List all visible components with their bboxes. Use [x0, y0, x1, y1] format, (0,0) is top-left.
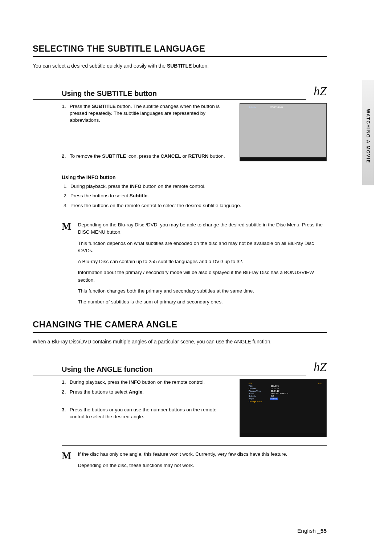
manual-page: WATCHING A MOVIE SELECTING THE SUBTITLE … — [33, 44, 327, 512]
heading-subtitle: SELECTING THE SUBTITLE LANGUAGE — [33, 44, 327, 57]
note-item: A Blu-ray Disc can contain up to 255 sub… — [78, 258, 327, 265]
preview-subtitle: Subtitle255/255 ENG — [240, 103, 327, 161]
list-item: Press the buttons to select Subtitle. — [69, 193, 327, 200]
subtitle-steps: 1. Press the SUBTITLE button. The subtit… — [62, 103, 232, 124]
note-list: If the disc has only one angle, this fea… — [78, 451, 327, 473]
note-item: Information about the primary / secondar… — [78, 269, 327, 284]
note-list: Depending on the Blu-ray Disc /DVD, you … — [78, 221, 327, 309]
heading-angle: CHANGING THE CAMERA ANGLE — [33, 319, 327, 333]
disc-icon: hZ — [306, 84, 327, 100]
note-subtitle: M Depending on the Blu-ray Disc /DVD, yo… — [62, 221, 327, 309]
list-item: 1. During playback, press the INFO butto… — [62, 379, 232, 386]
note-angle: M If the disc has only one angle, this f… — [62, 451, 327, 473]
list-item: Press the buttons on the remote control … — [69, 202, 327, 209]
divider — [62, 216, 327, 216]
list-item: 3. Press the buttons or you can use the … — [62, 407, 232, 420]
note-item: Depending on the Blu-ray Disc /DVD, you … — [78, 221, 327, 236]
intro-angle: When a Blu-ray Disc/DVD contains multipl… — [33, 338, 327, 346]
note-item: The number of subtitles is the sum of pr… — [78, 298, 327, 306]
divider — [62, 445, 327, 446]
list-item: 1. Press the SUBTITLE button. The subtit… — [62, 103, 232, 124]
angle-two-col: 1. During playback, press the INFO butto… — [33, 379, 327, 439]
note-item: This function changes both the primary a… — [78, 287, 327, 295]
list-item: 2. Press the buttons to select Angle. — [62, 389, 232, 396]
side-tab-label: WATCHING A MOVIE — [366, 109, 371, 185]
list-item: 2. To remove the SUBTITLE icon, press th… — [62, 153, 232, 160]
info-heading: Using the INFO button — [33, 174, 327, 180]
angle-steps: 1. During playback, press the INFO butto… — [62, 379, 232, 396]
intro-subtitle: You can select a desired subtitle quickl… — [33, 62, 327, 70]
note-item: This function depends on what subtitles … — [78, 240, 327, 255]
angle-steps-2: 3. Press the buttons or you can use the … — [62, 407, 232, 420]
note-item: If the disc has only one angle, this fea… — [78, 451, 327, 458]
note-icon: M — [62, 221, 71, 309]
subheading-subtitle: Using the SUBTITLE button — [33, 89, 306, 100]
preview-angle: BDInfo Title: 001/006Chapter: 001/016Pla… — [240, 379, 327, 437]
disc-icon: hZ — [306, 360, 327, 375]
subtitle-two-col: 1. Press the SUBTITLE button. The subtit… — [33, 103, 327, 167]
subtitle-steps-2: 2. To remove the SUBTITLE icon, press th… — [62, 153, 232, 160]
note-item: Depending on the disc, these functions m… — [78, 462, 327, 469]
side-tab: WATCHING A MOVIE — [362, 80, 374, 185]
info-steps: During playback, press the INFO button o… — [33, 183, 327, 210]
subheading-row-angle: Using the ANGLE function hZ — [33, 360, 327, 375]
subheading-angle: Using the ANGLE function — [33, 365, 306, 375]
list-item: During playback, press the INFO button o… — [69, 183, 327, 190]
subheading-row-subtitle: Using the SUBTITLE button hZ — [33, 84, 327, 100]
page-footer: English _55 — [297, 528, 327, 534]
note-icon: M — [62, 451, 71, 473]
